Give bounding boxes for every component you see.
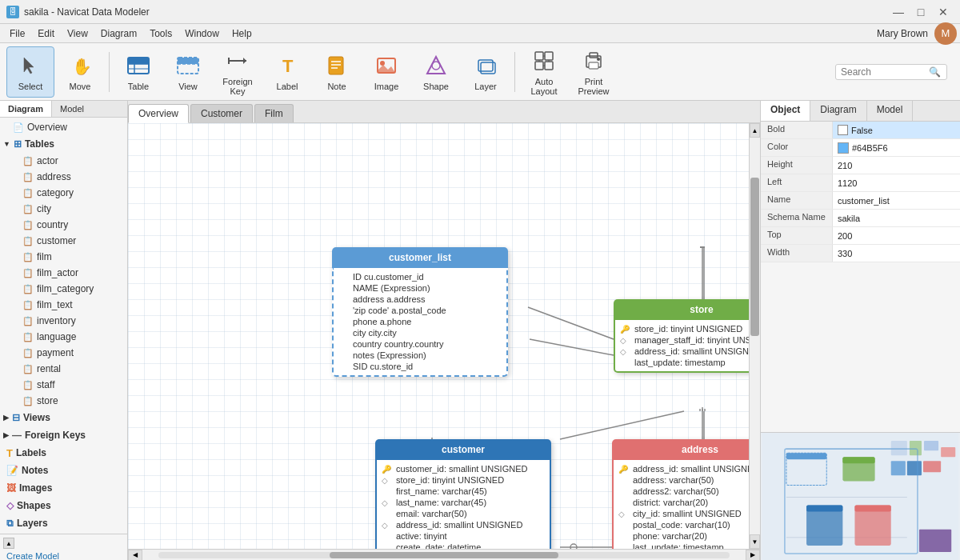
hscroll-track[interactable] xyxy=(158,552,730,558)
canvas-tab-film[interactable]: Film xyxy=(254,104,294,122)
sidebar-tab-diagram[interactable]: Diagram xyxy=(0,101,52,117)
minimize-button[interactable]: — xyxy=(888,4,909,20)
shapes-group-icon: ◇ xyxy=(6,500,14,511)
sidebar-item-payment[interactable]: 📋 payment xyxy=(0,345,127,361)
menu-tools[interactable]: Tools xyxy=(143,26,178,41)
store-table-icon: 📋 xyxy=(22,396,34,406)
close-button[interactable]: ✕ xyxy=(933,4,954,20)
sidebar-item-actor[interactable]: 📋 actor xyxy=(0,153,127,169)
right-panel-tab-model[interactable]: Model xyxy=(867,101,914,121)
tool-print-preview[interactable]: Print Preview xyxy=(570,46,618,98)
menu-diagram[interactable]: Diagram xyxy=(94,26,143,41)
svg-line-37 xyxy=(528,307,614,339)
mini-map xyxy=(761,432,960,560)
svg-rect-67 xyxy=(842,457,874,463)
canvas-vscroll[interactable]: ▲ ▼ xyxy=(749,123,760,549)
menu-view[interactable]: View xyxy=(61,26,94,41)
layer-icon xyxy=(473,53,498,78)
tool-select[interactable]: Select xyxy=(6,46,54,98)
canvas-hscroll[interactable]: ◀ ▶ xyxy=(128,549,760,560)
table-customer[interactable]: customer 🔑 customer_id: smallint UNSIGNE… xyxy=(375,439,551,549)
hscroll-left[interactable]: ◀ xyxy=(128,550,142,561)
table-row: ◇ city_id: smallint UNSIGNED xyxy=(618,508,749,519)
prop-value-height: 210 xyxy=(833,157,960,174)
toolbar-select-group: Select ✋ Move xyxy=(6,46,104,98)
svg-marker-21 xyxy=(427,57,445,74)
prop-value-color[interactable]: #64B5F6 xyxy=(833,139,960,156)
table-row: last_update: timestamp xyxy=(620,357,749,368)
sidebar-scroll-up[interactable]: ▲ xyxy=(3,538,14,549)
hscroll-right[interactable]: ▶ xyxy=(746,550,760,561)
vscroll-thumb[interactable] xyxy=(750,178,759,336)
tool-image[interactable]: Image xyxy=(362,46,410,98)
svg-rect-74 xyxy=(924,441,938,450)
tool-note[interactable]: Note xyxy=(313,46,361,98)
table-store[interactable]: store 🔑 store_id: tinyint UNSIGNED ◇ man… xyxy=(614,299,749,373)
right-panel-tab-diagram[interactable]: Diagram xyxy=(810,101,866,121)
tool-move[interactable]: ✋ Move xyxy=(56,46,104,98)
sidebar-item-inventory[interactable]: 📋 inventory xyxy=(0,313,127,329)
canvas-tab-customer[interactable]: Customer xyxy=(190,104,253,122)
prop-value-bold[interactable]: False xyxy=(833,122,960,138)
table-customer-list-header: customer_list xyxy=(332,247,508,268)
svg-line-43 xyxy=(530,339,614,355)
sidebar-item-rental[interactable]: 📋 rental xyxy=(0,361,127,377)
sidebar-item-staff[interactable]: 📋 staff xyxy=(0,377,127,393)
tool-view[interactable]: View xyxy=(164,46,212,98)
svg-rect-76 xyxy=(891,461,906,475)
sidebar-group-images[interactable]: 🖼 Images xyxy=(0,479,127,497)
table-row: active: tinyint xyxy=(382,530,545,542)
sidebar-item-language[interactable]: 📋 language xyxy=(0,329,127,345)
sidebar-group-tables[interactable]: ▼ ⊞ Tables xyxy=(0,135,127,153)
sidebar-group-labels[interactable]: T Labels xyxy=(0,444,127,462)
table-customer-list[interactable]: customer_list ID cu.customer_id NAME (Ex… xyxy=(332,247,508,377)
sidebar-group-foreign-keys[interactable]: ▶ — Foreign Keys xyxy=(0,426,127,444)
sidebar-item-film-text[interactable]: 📋 film_text xyxy=(0,297,127,313)
table-icon xyxy=(126,53,151,78)
canvas-body[interactable]: customer_list ID cu.customer_id NAME (Ex… xyxy=(128,123,749,549)
sidebar-group-shapes[interactable]: ◇ Shapes xyxy=(0,497,127,514)
sidebar-item-country[interactable]: 📋 country xyxy=(0,217,127,233)
search-box[interactable]: 🔍 xyxy=(835,64,947,80)
table-address[interactable]: address 🔑 address_id: smallint UNSIGNED … xyxy=(612,439,749,549)
tool-layer[interactable]: Layer xyxy=(462,46,510,98)
sidebar-item-city[interactable]: 📋 city xyxy=(0,201,127,217)
menu-window[interactable]: Window xyxy=(178,26,226,41)
tool-shape[interactable]: Shape xyxy=(412,46,460,98)
sidebar-item-customer[interactable]: 📋 customer xyxy=(0,233,127,249)
canvas-tab-overview[interactable]: Overview xyxy=(128,104,189,123)
menu-edit[interactable]: Edit xyxy=(31,26,61,41)
sidebar-group-notes[interactable]: 📝 Notes xyxy=(0,462,127,479)
sidebar-tab-model[interactable]: Model xyxy=(52,101,92,117)
menubar: File Edit View Diagram Tools Window Help… xyxy=(0,24,960,43)
sidebar-item-address[interactable]: 📋 address xyxy=(0,169,127,185)
right-panel-tab-object[interactable]: Object xyxy=(761,101,810,121)
sidebar-item-film-actor[interactable]: 📋 film_actor xyxy=(0,265,127,281)
prop-value-name: customer_list xyxy=(833,192,960,209)
sidebar-item-film-category[interactable]: 📋 film_category xyxy=(0,281,127,297)
action-create-model[interactable]: Create Model xyxy=(0,549,127,560)
sidebar-item-film[interactable]: 📋 film xyxy=(0,249,127,265)
tool-label[interactable]: T Label xyxy=(263,46,311,98)
hscroll-thumb[interactable] xyxy=(330,552,558,558)
sidebar-item-category[interactable]: 📋 category xyxy=(0,185,127,201)
search-input[interactable] xyxy=(841,66,929,78)
svg-rect-73 xyxy=(910,441,922,455)
menu-file[interactable]: File xyxy=(3,26,31,41)
menu-help[interactable]: Help xyxy=(226,26,258,41)
app-icon: 🗄 xyxy=(6,6,19,18)
maximize-button[interactable]: □ xyxy=(910,4,931,20)
vscroll-track[interactable] xyxy=(750,138,760,534)
sidebar-group-layers[interactable]: ⧉ Layers xyxy=(0,514,127,532)
tool-auto-layout[interactable]: Auto Layout xyxy=(520,46,568,98)
tool-table[interactable]: Table xyxy=(114,46,162,98)
tool-foreign-key[interactable]: Foreign Key xyxy=(214,46,262,98)
table-label: Table xyxy=(128,82,149,91)
sidebar-item-overview[interactable]: 📄 Overview xyxy=(0,119,127,135)
titlebar: 🗄 sakila - Navicat Data Modeler — □ ✕ xyxy=(0,0,960,24)
sidebar-item-store[interactable]: 📋 store xyxy=(0,393,127,409)
vscroll-down[interactable]: ▼ xyxy=(750,534,760,549)
vscroll-up[interactable]: ▲ xyxy=(750,123,760,138)
customer-table-icon: 📋 xyxy=(22,236,34,246)
sidebar-group-views[interactable]: ▶ ⊟ Views xyxy=(0,409,127,426)
